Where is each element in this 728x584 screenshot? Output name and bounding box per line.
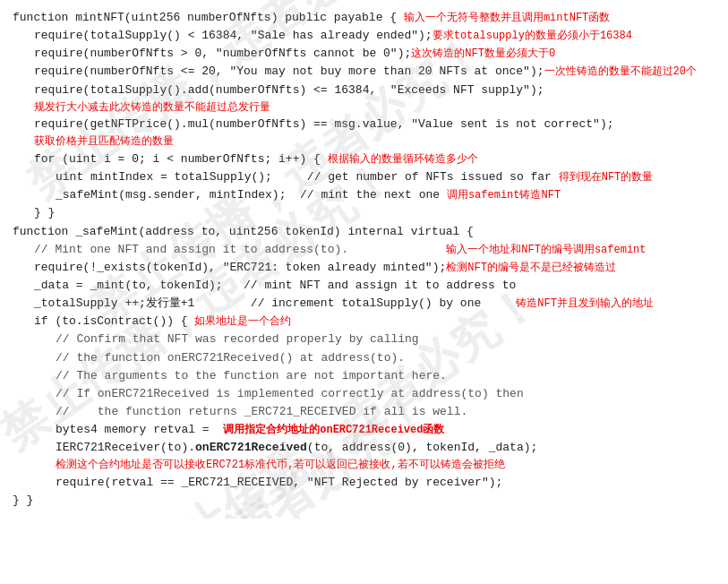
code-line-l16: require(!_exists(tokenId), "ERC721: toke… bbox=[13, 259, 715, 277]
code-line-l32: } } bbox=[13, 492, 715, 510]
code-line-l25: // If onERC721Received is implemented co… bbox=[13, 385, 715, 403]
code-container: function mintNFT(uint256 numberOfNfts) p… bbox=[0, 0, 728, 519]
code-line-l31: require(retval == _ERC721_RECEIVED, "NFT… bbox=[13, 474, 715, 492]
code-line-l24: // The arguments to the function are not… bbox=[13, 367, 715, 385]
code-line-l1: function mintNFT(uint256 numberOfNfts) p… bbox=[13, 9, 715, 27]
code-line-l20: if (to.isContract()) { 如果地址是一个合约 bbox=[13, 313, 715, 331]
code-line-l30: 检测这个合约地址是否可以接收ERC721标准代币,若可以返回已被接收,若不可以铸… bbox=[13, 457, 715, 474]
code-line-l28: bytes4 memory retval = 调用指定合约地址的onERC721… bbox=[13, 421, 715, 439]
code-line-l6: require(getNFTPrice().mul(numberOfNfts) … bbox=[13, 116, 715, 133]
code-line-l15: // Mint one NFT and assign it to address… bbox=[13, 241, 715, 259]
code-line-l6b: 获取价格并且匹配铸造的数量 bbox=[13, 133, 715, 150]
code-line-l26: // the function returns _ERC721_RECEIVED… bbox=[13, 403, 715, 421]
code-line-l4: require(numberOfNfts <= 20, "You may not… bbox=[13, 63, 715, 81]
code-lines: function mintNFT(uint256 numberOfNfts) p… bbox=[13, 9, 715, 510]
code-line-l17: _data = _mint(to, tokenId); // mint NFT … bbox=[13, 277, 715, 295]
code-line-l9: uint mintIndex = totalSupply(); // get n… bbox=[13, 168, 715, 186]
code-line-l23: // the function onERC721Received() at ad… bbox=[13, 349, 715, 367]
code-line-l3: require(numberOfNfts > 0, "numberOfNfts … bbox=[13, 45, 715, 63]
code-line-l11: } } bbox=[13, 204, 715, 222]
code-line-l22: // Confirm that NFT was recorded properl… bbox=[13, 331, 715, 348]
code-line-l2: require(totalSupply() < 16384, "Sale has… bbox=[13, 27, 715, 45]
code-line-l18: _totalSupply ++;发行量+1 // increment total… bbox=[13, 295, 715, 313]
code-line-l29: IERC721Receiver(to).onERC721Received(to,… bbox=[13, 439, 715, 457]
code-line-l8: for (uint i = 0; i < numberOfNfts; i++) … bbox=[13, 150, 715, 168]
code-line-l5: require(totalSupply().add(numberOfNfts) … bbox=[13, 82, 715, 116]
code-line-l14: function _safeMint(address to, uint256 t… bbox=[13, 223, 715, 241]
code-line-l10: _safeMint(msg.sender, mintIndex); // min… bbox=[13, 186, 715, 204]
